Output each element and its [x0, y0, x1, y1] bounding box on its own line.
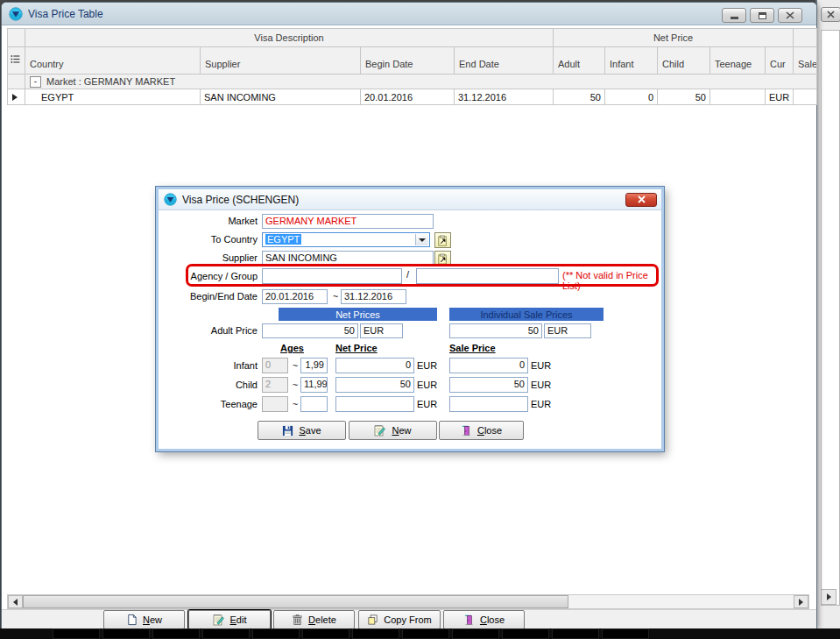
infant-age-to-field[interactable]: 1,99: [300, 358, 328, 373]
infant-net-field[interactable]: 0: [335, 358, 414, 373]
horizontal-scrollbar[interactable]: [7, 594, 809, 609]
edit-button[interactable]: Edit: [188, 610, 271, 629]
cell-end-date[interactable]: 31.12.2016: [455, 89, 554, 105]
dialog-titlebar[interactable]: Visa Price (SCHENGEN): [159, 189, 661, 210]
end-date-field[interactable]: 31.12.2016: [341, 289, 406, 304]
column-header-sale[interactable]: Sale: [794, 47, 817, 75]
close-icon: [786, 11, 794, 19]
column-header-supplier[interactable]: Supplier: [201, 47, 361, 75]
collapse-icon[interactable]: -: [30, 76, 41, 88]
parent-close-button[interactable]: [821, 7, 840, 22]
child-sale-field[interactable]: 50: [449, 377, 528, 393]
cell-teenage[interactable]: [710, 89, 766, 105]
band-net-price: Net Price: [554, 29, 794, 47]
group-row[interactable]: - Market : GERMANY MARKET: [25, 75, 817, 89]
parent-window-client: [821, 30, 840, 606]
scrollbar-thumb[interactable]: [23, 595, 568, 608]
dialog-close-action-button[interactable]: Close: [439, 421, 524, 440]
group-field[interactable]: [416, 268, 559, 284]
grid-properties-button[interactable]: [8, 47, 25, 75]
cell-supplier[interactable]: SAN INCOMING: [201, 89, 361, 105]
column-header-teenage[interactable]: Teenage: [710, 47, 766, 75]
cell-begin-date[interactable]: 20.01.2016: [361, 89, 455, 105]
minimize-icon: [731, 17, 738, 19]
parent-scroll-right-button[interactable]: [821, 589, 836, 605]
teenage-age-separator: ~: [291, 396, 300, 412]
taskbar-item[interactable]: [502, 628, 549, 639]
teenage-net-field[interactable]: [335, 396, 414, 412]
column-header-adult[interactable]: Adult: [554, 47, 605, 75]
restore-icon: [759, 12, 766, 19]
taskbar-item[interactable]: [602, 628, 649, 639]
column-header-end-date[interactable]: End Date: [455, 47, 554, 75]
adult-net-currency-field[interactable]: EUR: [360, 323, 403, 338]
cell-sale[interactable]: [794, 89, 817, 105]
to-country-label: To Country: [159, 232, 258, 247]
adult-sale-field[interactable]: 50: [449, 323, 542, 338]
delete-button[interactable]: Delete: [273, 610, 355, 629]
new-page-icon: [126, 614, 138, 626]
main-titlebar[interactable]: Visa Price Table: [2, 3, 816, 25]
taskbar-item[interactable]: [402, 628, 449, 639]
scroll-right-button[interactable]: [794, 595, 808, 608]
exit-door-icon: [463, 614, 475, 626]
right-arrow-icon: [799, 599, 803, 606]
trash-icon: [292, 614, 303, 626]
cell-country[interactable]: EGYPT: [25, 89, 201, 105]
cell-cur[interactable]: EUR: [766, 89, 794, 105]
adult-net-field[interactable]: 50: [262, 323, 358, 338]
minimize-button[interactable]: [722, 8, 746, 23]
sale-price-header: Sale Price: [449, 343, 496, 353]
column-header-country[interactable]: Country: [25, 47, 201, 75]
close-toolbar-button[interactable]: Close: [443, 610, 525, 629]
market-field[interactable]: GERMANY MARKET: [262, 214, 434, 229]
cell-child[interactable]: 50: [658, 89, 710, 105]
restore-button[interactable]: [750, 8, 774, 23]
scroll-left-button[interactable]: [8, 595, 23, 608]
copy-from-button[interactable]: Copy From: [358, 610, 441, 629]
taskbar-item[interactable]: [302, 628, 349, 639]
column-header-child[interactable]: Child: [658, 47, 710, 75]
taskbar-item[interactable]: [252, 628, 300, 639]
begin-date-field[interactable]: 20.01.2016: [262, 289, 328, 304]
copy-from-button-label: Copy From: [384, 614, 431, 625]
supplier-goto-button[interactable]: [434, 251, 451, 266]
dialog-close-button-label: Close: [477, 425, 502, 436]
new-button[interactable]: New: [103, 610, 185, 629]
teenage-net-currency: EUR: [417, 396, 437, 412]
new-button-label: New: [143, 614, 162, 625]
dialog-new-button[interactable]: New: [349, 421, 437, 440]
taskbar-item[interactable]: [202, 628, 250, 639]
column-header-begin-date[interactable]: Begin Date: [361, 47, 455, 75]
visa-price-dialog: Visa Price (SCHENGEN) Market GERMANY MAR…: [156, 187, 664, 451]
infant-sale-field[interactable]: 0: [449, 358, 528, 373]
to-country-combo[interactable]: EGYPT: [262, 232, 430, 247]
window-title: Visa Price Table: [28, 8, 103, 20]
taskbar-item[interactable]: [152, 628, 200, 639]
adult-sale-currency-field[interactable]: EUR: [544, 323, 591, 338]
dropdown-button[interactable]: [415, 234, 428, 245]
cell-adult[interactable]: 50: [554, 89, 605, 105]
cell-infant[interactable]: 0: [605, 89, 658, 105]
taskbar-item[interactable]: [102, 628, 150, 639]
close-button[interactable]: [778, 8, 802, 23]
taskbar-item[interactable]: [53, 628, 100, 639]
edit-memo-icon: [213, 614, 225, 626]
taskbar-item[interactable]: [452, 628, 499, 639]
teenage-sale-field[interactable]: [449, 396, 528, 412]
left-arrow-icon: [13, 599, 18, 606]
supplier-field[interactable]: SAN INCOMING: [262, 251, 434, 266]
dialog-close-button[interactable]: [625, 193, 657, 207]
taskbar-item[interactable]: [552, 628, 599, 639]
column-header-infant[interactable]: Infant: [605, 47, 658, 75]
child-age-to-field[interactable]: 11,99: [300, 377, 328, 393]
to-country-goto-button[interactable]: [434, 232, 451, 248]
teenage-age-to-field[interactable]: [300, 396, 328, 412]
column-header-cur[interactable]: Cur: [766, 47, 794, 75]
save-button[interactable]: Save: [258, 421, 346, 440]
agency-note: (** Not valid in Price List): [562, 270, 661, 291]
agency-field[interactable]: [262, 268, 402, 284]
taskbar-item[interactable]: [352, 628, 399, 639]
child-net-field[interactable]: 50: [335, 377, 414, 393]
ages-header: Ages: [280, 343, 304, 353]
